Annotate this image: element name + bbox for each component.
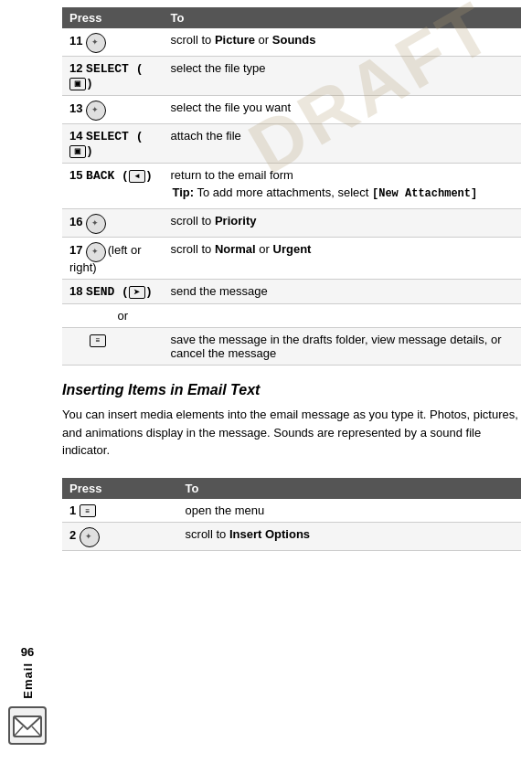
action-cell: scroll to Priority: [164, 209, 521, 238]
step-number: 13: [69, 101, 82, 115]
table-row: 12 SELECT (▣) select the file type: [62, 57, 521, 96]
action-cell: scroll to Normal or Urgent: [164, 238, 521, 280]
select-icon: ▣: [69, 78, 86, 90]
menu-icon: ≡: [90, 334, 106, 347]
action-cell: select the file type: [164, 57, 521, 96]
select-icon: ▣: [69, 145, 86, 158]
press-col-header: Press: [62, 7, 164, 28]
body-text: You can insert media elements into the e…: [62, 406, 521, 460]
action-cell: send the message: [164, 280, 521, 304]
to-col-header: To: [164, 7, 521, 28]
select-key-close: ): [86, 144, 93, 158]
sidebar-icon: [8, 706, 47, 745]
step-number: 15: [69, 168, 82, 182]
step-number: 16: [69, 215, 82, 228]
step-number: 18: [69, 284, 82, 298]
nav-icon: [86, 101, 104, 119]
table-row: 15 BACK (◄) return to the email form Tip…: [62, 164, 521, 209]
step-number: 2: [69, 529, 76, 543]
press-cell: 15 BACK (◄): [62, 164, 164, 209]
step-number: 11: [69, 34, 82, 48]
or-row: or: [62, 304, 521, 328]
table-row: 13 select the file you want: [62, 96, 521, 124]
table-row: 17 (left or right) scroll to Normal or U…: [62, 238, 521, 280]
bottom-to-col-header: To: [178, 478, 521, 499]
back-key: BACK (: [86, 169, 129, 183]
table-row: 2 scroll to Insert Options: [62, 523, 521, 551]
press-cell: 16: [62, 209, 164, 238]
step-number: 1: [69, 503, 76, 517]
send-key-close: ): [145, 285, 153, 299]
press-cell: 12 SELECT (▣): [62, 57, 164, 96]
table-row: 14 SELECT (▣) attach the file: [62, 124, 521, 164]
press-cell: 17 (left or right): [62, 238, 164, 280]
step-number: 12: [69, 61, 82, 75]
select-key-close: ): [86, 77, 93, 90]
action-cell: attach the file: [164, 124, 521, 164]
send-key: SEND (: [86, 285, 129, 299]
action-cell: save the message in the drafts folder, v…: [164, 328, 521, 366]
table-row: 11 scroll to Picture or Sounds: [62, 28, 521, 57]
press-cell: ≡: [62, 328, 164, 366]
table-row: 18 SEND (➤) send the message: [62, 280, 521, 304]
press-cell: 14 SELECT (▣): [62, 124, 164, 164]
nav-icon: [86, 242, 104, 260]
select-key: SELECT (: [86, 130, 143, 143]
nav-icon: [86, 33, 104, 51]
select-key: SELECT (: [86, 62, 143, 76]
press-cell: 11: [62, 28, 164, 57]
action-cell: return to the email form Tip: To add mor…: [164, 164, 521, 209]
bottom-press-col-header: Press: [62, 478, 178, 499]
second-table-container: Press To 1 ≡ open the menu: [62, 478, 521, 556]
table-row: 1 ≡ open the menu: [62, 499, 521, 523]
tip-box: Tip: To add more attachments, select [Ne…: [171, 182, 514, 204]
press-cell: 13: [62, 96, 164, 124]
send-icon: ➤: [129, 286, 145, 299]
table-row: ≡ save the message in the drafts folder,…: [62, 328, 521, 366]
back-key-close: ): [145, 169, 153, 183]
press-cell: 2: [62, 523, 178, 551]
or-action-empty: [164, 304, 521, 328]
press-cell: 18 SEND (➤): [62, 280, 164, 304]
page-number: 96: [21, 645, 34, 659]
action-cell: scroll to Picture or Sounds: [164, 28, 521, 57]
press-cell: 1 ≡: [62, 499, 178, 523]
step-number: 14: [69, 129, 82, 143]
bottom-instruction-table: Press To 1 ≡ open the menu: [62, 478, 521, 552]
tip-text: Tip: To add more attachments, select [Ne…: [173, 185, 478, 199]
nav-icon: [86, 214, 104, 232]
back-icon: ◄: [129, 170, 145, 183]
action-cell: scroll to Insert Options: [178, 523, 521, 551]
top-instruction-table: Press To 11 scroll to Picture or Sounds: [62, 7, 521, 366]
sidebar-label: Email: [21, 662, 35, 699]
section-heading: Inserting Items in Email Text: [62, 382, 521, 398]
or-label-cell: or: [62, 304, 164, 328]
left-sidebar: 96 Email: [0, 0, 55, 763]
step-number: 17: [69, 243, 82, 257]
nav-icon: [80, 527, 98, 546]
action-cell: select the file you want: [164, 96, 521, 124]
table-row: 16 scroll to Priority: [62, 209, 521, 238]
main-content: Press To 11 scroll to Picture or Sounds: [55, 0, 532, 763]
menu-icon: ≡: [80, 504, 96, 517]
action-cell: open the menu: [178, 499, 521, 523]
tip-highlight: [New Attachment]: [372, 187, 477, 200]
